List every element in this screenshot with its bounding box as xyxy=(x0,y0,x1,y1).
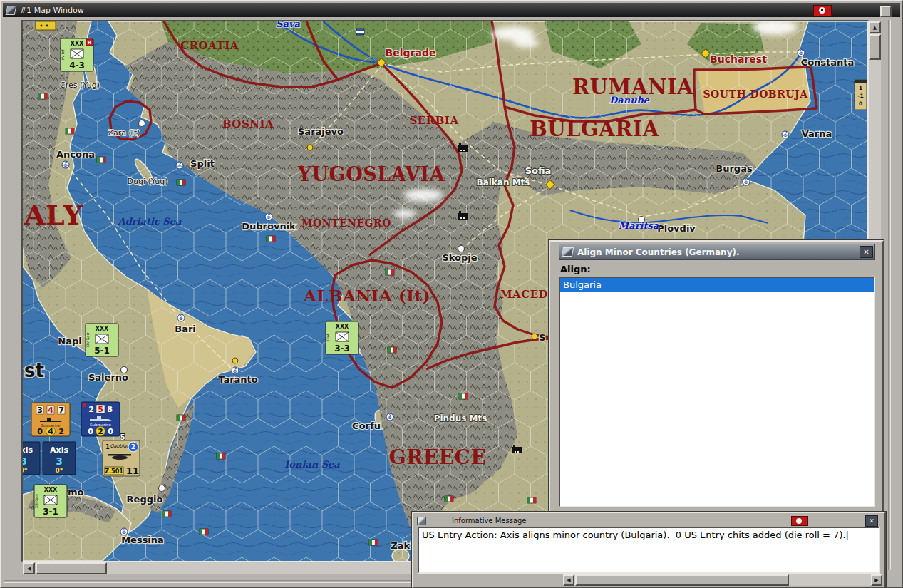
port-icon xyxy=(177,314,185,321)
svg-text:-1: -1 xyxy=(857,93,863,99)
city-icon xyxy=(458,246,465,252)
edge-marker-counter[interactable]: 1 -1 0 xyxy=(855,80,867,110)
partial-counter[interactable] xyxy=(36,21,56,30)
city-label: st xyxy=(24,360,44,381)
island-label: Dugi (Yug) xyxy=(128,177,168,186)
country-label: ALBANIA (It) xyxy=(303,286,430,305)
message-titlebar[interactable]: Informative Message ✕ xyxy=(417,515,881,526)
message-scroll-right-button[interactable]: ▶ xyxy=(871,574,882,586)
axis-marker-counter[interactable]: Axis 3 0* xyxy=(23,442,40,475)
v-scrollbar-up-button[interactable]: ▲ xyxy=(869,21,881,33)
port-icon xyxy=(798,49,805,56)
text-caret: | xyxy=(846,530,849,540)
city-label: Skopje xyxy=(442,252,477,263)
message-text-area[interactable]: US Entry Action: Axis aligns minor count… xyxy=(418,527,880,574)
unit-counter-army[interactable]: XXX 4-3 R XV Inf xyxy=(61,38,93,71)
up-arrow-icon: ▲ xyxy=(873,25,877,31)
svg-text:XV Inf: XV Inf xyxy=(61,49,65,60)
svg-text:3: 3 xyxy=(37,406,43,415)
svg-text:3-1: 3-1 xyxy=(43,507,58,517)
align-country-list[interactable]: Bulgaria xyxy=(559,277,875,507)
italy-flag-marker xyxy=(200,529,208,535)
svg-text:XXX: XXX xyxy=(336,324,349,330)
country-label: BULGARIA xyxy=(530,117,659,141)
frame-groove xyxy=(888,20,891,570)
city-label: Bari xyxy=(175,324,196,334)
message-scroll-left-button[interactable]: ◀ xyxy=(563,574,574,586)
city-label: Bucharest xyxy=(710,53,767,65)
unit-counter-army[interactable]: XXX 5-1 XIV Garr xyxy=(86,324,118,356)
titlebar-grip-icon[interactable] xyxy=(880,6,892,17)
main-titlebar[interactable]: #1 Map Window xyxy=(3,3,900,17)
country-label: CROATIA xyxy=(180,39,239,52)
city-label: Zara (It) xyxy=(108,128,140,138)
italy-flag-marker xyxy=(388,347,396,353)
svg-text:XXX: XXX xyxy=(96,326,109,332)
svg-text:5: 5 xyxy=(98,405,103,414)
unit-counter-army[interactable]: XXX 3-1 XIII Garr xyxy=(34,485,67,517)
svg-text:4: 4 xyxy=(48,406,53,415)
unit-counter-submarine[interactable]: 2 5 8 Submarine 0 2 0 xyxy=(81,402,120,436)
frame-groove xyxy=(4,580,411,583)
unit-counter-army[interactable]: XXX 3-3 X Inf xyxy=(326,321,358,354)
city-label: Sofia xyxy=(525,165,552,176)
message-window-icon xyxy=(417,517,426,525)
city-label: Taranto xyxy=(218,374,258,385)
city-label: Sarajevo xyxy=(298,126,344,137)
city-label: Ancona xyxy=(56,149,95,160)
cloud xyxy=(403,189,443,202)
svg-text:2: 2 xyxy=(58,427,64,436)
message-close-button[interactable]: ✕ xyxy=(865,515,878,527)
italy-flag-marker xyxy=(177,180,185,185)
svg-text:11: 11 xyxy=(126,465,139,476)
message-scrollbar-thumb[interactable] xyxy=(575,574,789,586)
svg-text:XIV Garr: XIV Garr xyxy=(86,332,90,348)
svg-text:0: 0 xyxy=(88,427,93,436)
city-icon xyxy=(232,358,238,363)
country-label: BOSNIA xyxy=(222,118,274,130)
svg-text:5-1: 5-1 xyxy=(94,346,110,356)
dialog-titlebar[interactable]: Align Minor Countries (Germany). ✕ xyxy=(559,244,875,260)
river-label: Maritsa xyxy=(619,220,659,231)
country-label: MONTENEGRO xyxy=(301,217,391,229)
message-title: Informative Message xyxy=(452,517,527,525)
svg-text:1: 1 xyxy=(859,85,862,91)
city-label: Dubrovnik xyxy=(242,221,296,232)
dialog-close-button[interactable]: ✕ xyxy=(860,246,873,258)
river-label: Danube xyxy=(609,95,650,105)
svg-text:Z.501: Z.501 xyxy=(105,468,123,475)
germany-flag-icon xyxy=(813,5,832,16)
list-item-bulgaria[interactable]: Bulgaria xyxy=(560,278,874,292)
svg-text:XXX: XXX xyxy=(44,487,58,493)
svg-text:3: 3 xyxy=(56,455,63,467)
sea-label: Ionian Sea xyxy=(284,459,340,470)
svg-text:1: 1 xyxy=(105,444,110,450)
svg-text:XXX: XXX xyxy=(71,41,84,47)
svg-text:2: 2 xyxy=(131,443,135,450)
city-label: Corfu xyxy=(352,421,381,431)
align-label: Align: xyxy=(560,264,875,274)
unit-counter-submarine[interactable]: 3 4 7 Submarine 0 4 2 xyxy=(31,403,70,436)
message-h-scrollbar[interactable]: ◀ ▶ xyxy=(563,574,882,586)
h-scrollbar-left-button[interactable]: ◀ xyxy=(23,562,35,574)
port-icon xyxy=(176,162,183,169)
svg-text:8: 8 xyxy=(107,405,113,414)
h-scrollbar-thumb[interactable] xyxy=(36,562,107,574)
city-icon xyxy=(532,334,537,339)
v-scrollbar-thumb[interactable] xyxy=(869,34,881,60)
city-label: Split xyxy=(190,158,215,169)
axis-marker-counter[interactable]: Axis 3 0* xyxy=(43,442,76,475)
city-label: Constanta xyxy=(801,57,855,68)
italy-flag-marker xyxy=(177,415,185,421)
svg-text:5: 5 xyxy=(120,433,125,441)
italy-flag-marker xyxy=(162,511,171,517)
svg-text:0: 0 xyxy=(108,427,113,436)
italy-flag-marker xyxy=(97,157,105,163)
island-label: Cres (Yug) xyxy=(60,81,100,90)
svg-text:Axis: Axis xyxy=(50,445,68,455)
sea-label: Adriatic Sea xyxy=(118,216,182,227)
svg-text:0*: 0* xyxy=(56,467,63,474)
right-arrow-icon: ▶ xyxy=(874,577,878,583)
italy-flag-marker xyxy=(267,236,275,242)
mountain-label: Pindus Mts xyxy=(434,413,487,423)
